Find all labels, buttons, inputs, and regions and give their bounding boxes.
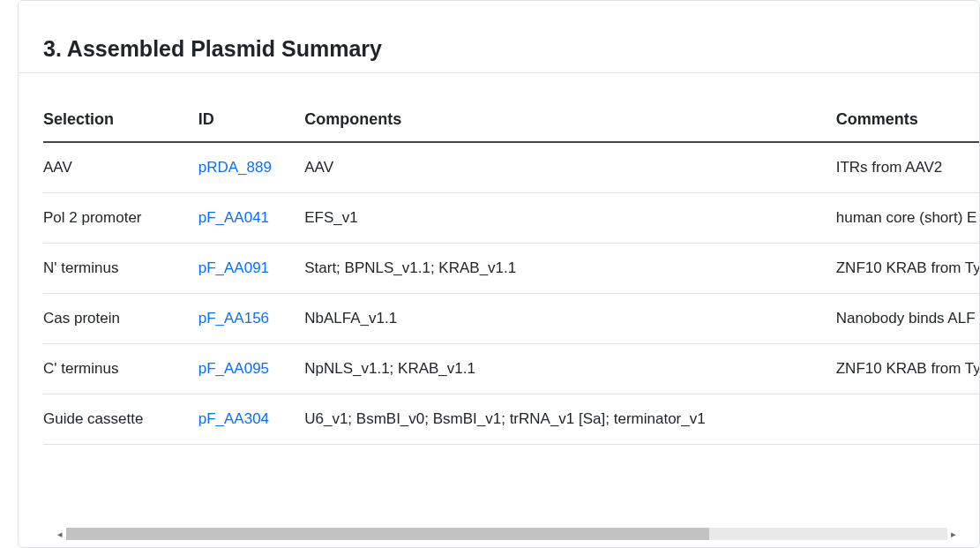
cell-selection: AAV xyxy=(43,142,198,193)
table-row: Pol 2 promoter pF_AA041 EFS_v1 human cor… xyxy=(43,193,979,244)
cell-comments: human core (short) E xyxy=(836,193,979,244)
id-link[interactable]: pF_AA091 xyxy=(198,259,269,276)
id-link[interactable]: pF_AA095 xyxy=(198,360,269,377)
cell-components: Start; BPNLS_v1.1; KRAB_v1.1 xyxy=(304,244,836,294)
cell-comments: ZNF10 KRAB from Ty xyxy=(836,244,979,294)
plasmid-summary-table: Selection ID Components Comments AAV pRD… xyxy=(43,98,979,445)
table-row: C' terminus pF_AA095 NpNLS_v1.1; KRAB_v1… xyxy=(43,344,979,394)
table-scroll-region[interactable]: Selection ID Components Comments AAV pRD… xyxy=(19,98,979,445)
summary-card: 3. Assembled Plasmid Summary Selection I… xyxy=(18,0,980,548)
cell-comments xyxy=(836,394,979,445)
cell-components: NbALFA_v1.1 xyxy=(304,294,836,344)
cell-selection: Pol 2 promoter xyxy=(43,193,198,244)
scroll-right-icon[interactable]: ▸ xyxy=(947,529,960,540)
cell-components: U6_v1; BsmBI_v0; BsmBI_v1; trRNA_v1 [Sa]… xyxy=(304,394,836,445)
col-header-id: ID xyxy=(198,98,305,142)
id-link[interactable]: pRDA_889 xyxy=(198,159,272,176)
table-row: Cas protein pF_AA156 NbALFA_v1.1 Nanobod… xyxy=(43,294,979,344)
horizontal-scrollbar[interactable]: ◂ ▸ xyxy=(54,526,960,542)
cell-selection: C' terminus xyxy=(43,344,198,394)
table-row: Guide cassette pF_AA304 U6_v1; BsmBI_v0;… xyxy=(43,394,979,445)
cell-selection: N' terminus xyxy=(43,244,198,294)
scroll-left-icon[interactable]: ◂ xyxy=(54,529,66,540)
table-row: N' terminus pF_AA091 Start; BPNLS_v1.1; … xyxy=(43,244,979,294)
cell-components: NpNLS_v1.1; KRAB_v1.1 xyxy=(304,344,836,394)
cell-selection: Cas protein xyxy=(43,294,198,344)
col-header-selection: Selection xyxy=(43,98,198,142)
table-row: AAV pRDA_889 AAV ITRs from AAV2 xyxy=(43,142,979,193)
id-link[interactable]: pF_AA041 xyxy=(198,209,269,226)
id-link[interactable]: pF_AA304 xyxy=(198,410,269,427)
id-link[interactable]: pF_AA156 xyxy=(198,310,269,327)
section-title: 3. Assembled Plasmid Summary xyxy=(19,1,979,73)
cell-selection: Guide cassette xyxy=(43,394,198,445)
cell-comments: ZNF10 KRAB from Ty xyxy=(836,344,979,394)
scrollbar-thumb[interactable] xyxy=(66,528,709,540)
scrollbar-track[interactable] xyxy=(66,528,947,540)
cell-components: AAV xyxy=(304,142,836,193)
col-header-comments: Comments xyxy=(836,98,979,142)
col-header-components: Components xyxy=(304,98,836,142)
cell-comments: ITRs from AAV2 xyxy=(836,142,979,193)
cell-comments: Nanobody binds ALF xyxy=(836,294,979,344)
cell-components: EFS_v1 xyxy=(304,193,836,244)
